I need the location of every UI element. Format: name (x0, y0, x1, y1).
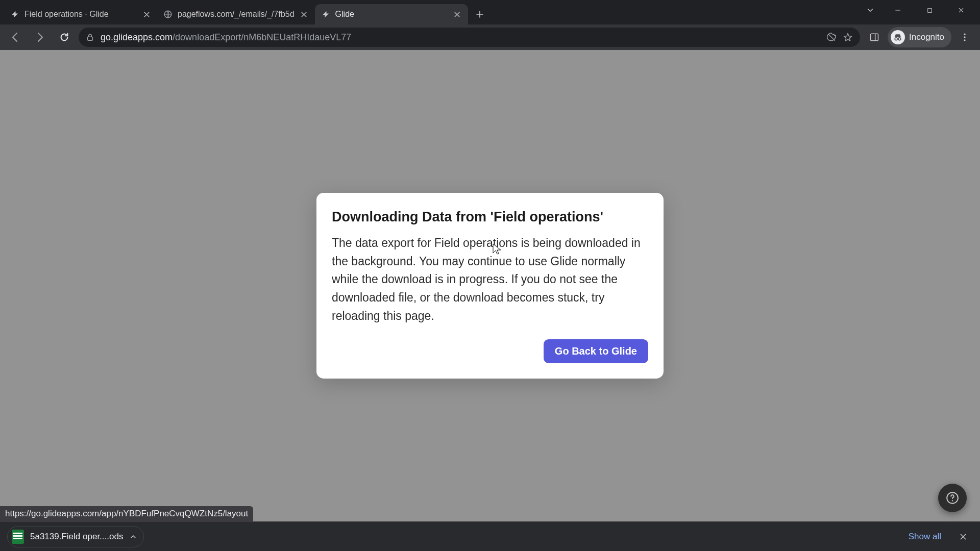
close-icon[interactable] (453, 10, 462, 19)
window-close-button[interactable] (945, 0, 977, 20)
tab-field-operations[interactable]: Field operations · Glide (4, 4, 157, 24)
download-filename: 5a3139.Field oper....ods (30, 532, 123, 542)
toolbar-right: Incognito (864, 27, 975, 47)
tab-label: Glide (335, 10, 448, 19)
tab-label: Field operations · Glide (24, 10, 137, 19)
lock-icon[interactable] (86, 33, 94, 42)
svg-point-6 (964, 34, 965, 35)
url-text: go.glideapps.com/downloadExport/nM6bNEUa… (101, 32, 820, 43)
cookies-blocked-icon[interactable] (826, 32, 837, 42)
glide-favicon-icon (321, 10, 330, 19)
modal-title: Downloading Data from 'Field operations' (332, 209, 648, 225)
help-button[interactable] (938, 484, 967, 512)
close-icon[interactable] (300, 10, 309, 19)
maximize-button[interactable] (914, 0, 945, 20)
chevron-up-icon[interactable] (129, 533, 137, 541)
spreadsheet-file-icon (12, 530, 24, 544)
tab-strip: Field operations · Glide pageflows.com/_… (4, 0, 488, 24)
tab-pageflows[interactable]: pageflows.com/_/emails/_/7fb5d (157, 4, 315, 24)
modal-body: The data export for Field operations is … (332, 234, 648, 325)
globe-favicon-icon (163, 10, 173, 19)
back-button[interactable] (5, 27, 26, 47)
new-tab-button[interactable] (471, 6, 488, 23)
forward-button[interactable] (30, 27, 50, 47)
close-shelf-button[interactable] (953, 527, 973, 546)
download-shelf: 5a3139.Field oper....ods Show all (0, 521, 980, 551)
show-all-downloads[interactable]: Show all (903, 529, 946, 545)
go-back-button[interactable]: Go Back to Glide (544, 339, 648, 363)
address-bar[interactable]: go.glideapps.com/downloadExport/nM6bNEUa… (79, 28, 860, 47)
status-bar-link: https://go.glideapps.com/app/nYBDFufPneC… (0, 506, 253, 521)
svg-rect-3 (871, 34, 878, 40)
incognito-indicator[interactable]: Incognito (888, 27, 951, 47)
page-content: Downloading Data from 'Field operations'… (0, 50, 980, 521)
svg-rect-2 (88, 37, 93, 40)
download-modal: Downloading Data from 'Field operations'… (316, 193, 664, 379)
svg-point-5 (898, 38, 901, 40)
window-controls (859, 0, 977, 20)
bookmark-icon[interactable] (843, 32, 853, 42)
side-panel-icon[interactable] (864, 27, 885, 47)
minimize-button[interactable] (882, 0, 914, 20)
tab-glide-active[interactable]: Glide (315, 4, 468, 24)
modal-actions: Go Back to Glide (332, 339, 648, 363)
kebab-menu-icon[interactable] (954, 27, 975, 47)
close-icon[interactable] (142, 10, 151, 19)
browser-titlebar: Field operations · Glide pageflows.com/_… (0, 0, 980, 24)
incognito-label: Incognito (909, 32, 944, 42)
browser-toolbar: go.glideapps.com/downloadExport/nM6bNEUa… (0, 24, 980, 50)
svg-point-8 (964, 39, 965, 41)
incognito-icon (891, 30, 905, 44)
svg-rect-1 (927, 8, 932, 12)
tab-label: pageflows.com/_/emails/_/7fb5d (178, 10, 295, 19)
download-item[interactable]: 5a3139.Field oper....ods (7, 526, 144, 547)
svg-point-10 (952, 500, 953, 501)
svg-point-4 (895, 38, 897, 40)
reload-button[interactable] (54, 27, 75, 47)
svg-point-7 (964, 36, 965, 38)
tab-search-button[interactable] (859, 0, 882, 20)
glide-favicon-icon (10, 10, 19, 19)
